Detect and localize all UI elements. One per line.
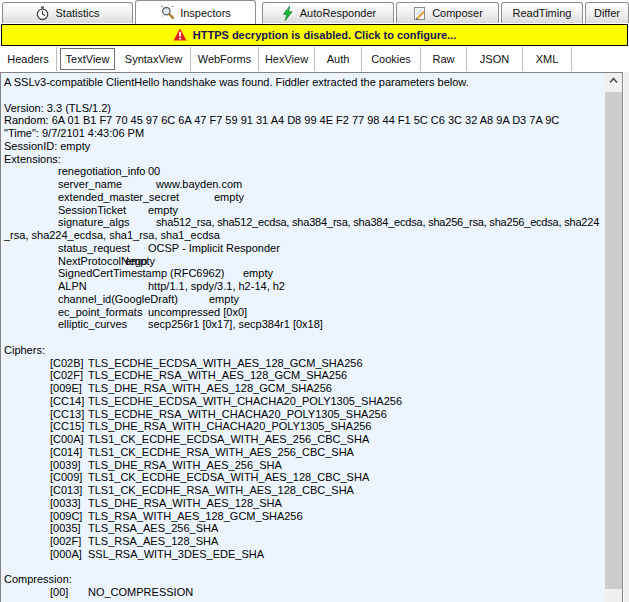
textview-segment: Extensions:	[4, 153, 61, 166]
textview-line: [0039]TLS_DHE_RSA_WITH_AES_256_SHA	[1, 459, 605, 472]
textview-segment: [C02F]	[50, 369, 83, 382]
textview-segment: Compression:	[4, 573, 72, 586]
inspector-tab-textview[interactable]: TextView	[60, 48, 115, 70]
lightning-icon	[280, 6, 295, 21]
tab-label: Headers	[7, 53, 49, 65]
inspector-tab-raw[interactable]: Raw	[421, 47, 467, 71]
inspector-tab-cookies[interactable]: Cookies	[362, 47, 421, 71]
textview-line: ALPNhttp/1.1, spdy/3.1, h2-14, h2	[1, 280, 605, 293]
tab-autoresponder[interactable]: AutoResponder	[262, 2, 394, 23]
textview-segment: TLS_DHE_RSA_WITH_AES_256_SHA	[88, 459, 282, 472]
textview-segment: TLS1_CK_ECDHE_RSA_WITH_AES_128_CBC_SHA	[88, 484, 354, 497]
textview-segment: ec_point_formats	[58, 306, 142, 319]
textview-segment: channel_id(GoogleDraft)	[58, 293, 178, 306]
textview-line: extended_master_secretempty	[1, 191, 605, 204]
tab-label: Auth	[327, 53, 350, 65]
textview-segment: signature_algs	[58, 216, 130, 229]
textview-segment: Version: 3.3 (TLS/1.2)	[4, 102, 111, 115]
textview-segment: [C014]	[50, 446, 82, 459]
textview-segment: OCSP - Implicit Responder	[148, 242, 280, 255]
tab-readtiming[interactable]: ReadTiming	[501, 2, 583, 23]
tab-label: Statistics	[55, 7, 99, 19]
compose-icon	[412, 6, 427, 21]
textview-segment: TLS_ECDHE_RSA_WITH_CHACHA20_POLY1305_SHA…	[88, 408, 387, 421]
textview-segment: [0033]	[50, 497, 81, 510]
textview-segment: ALPN	[58, 280, 87, 293]
textview-line: Version: 3.3 (TLS/1.2)	[1, 102, 605, 115]
textview-line: [CC14]TLS_ECDHE_ECDSA_WITH_CHACHA20_POLY…	[1, 395, 605, 408]
textview-line	[1, 331, 605, 344]
textview-segment: TLS_RSA_AES_128_SHA	[88, 535, 218, 548]
textview-line: NextProtocolNegoempty	[1, 255, 605, 268]
textview-segment: http/1.1, spdy/3.1, h2-14, h2	[148, 280, 285, 293]
tab-differ[interactable]: Differ	[585, 2, 629, 23]
textview-segment: [0035]	[50, 522, 81, 535]
https-warning-banner[interactable]: HTTPS decryption is disabled. Click to c…	[1, 24, 628, 46]
inspector-tab-auth[interactable]: Auth	[315, 47, 362, 71]
textview-segment: [000A]	[50, 548, 82, 561]
textview-line: Extensions:	[1, 153, 605, 166]
textview-segment: NO_COMPRESSION	[88, 586, 193, 599]
inspector-tab-hexview[interactable]: HexView	[259, 47, 315, 71]
textview-line: [0035]TLS_RSA_AES_256_SHA	[1, 522, 605, 535]
textview-segment: A SSLv3-compatible ClientHello handshake…	[4, 76, 469, 89]
textview-segment: [009E]	[50, 382, 82, 395]
textview-segment: [002F]	[50, 535, 81, 548]
tab-label: XML	[536, 53, 559, 65]
tab-label: TextView	[66, 53, 110, 65]
inspector-tab-json[interactable]: JSON	[467, 47, 523, 71]
textview-segment: empty	[125, 255, 155, 268]
scrollbar-thumb[interactable]	[605, 92, 622, 589]
textview-segment: empty	[214, 191, 244, 204]
textview-segment: TLS_DHE_RSA_WITH_AES_128_GCM_SHA256	[88, 382, 332, 395]
tab-label: Inspectors	[180, 7, 231, 19]
vertical-scrollbar[interactable]	[605, 73, 622, 602]
textview-segment: [009C]	[50, 510, 82, 523]
inspector-tab-webforms[interactable]: WebForms	[191, 47, 259, 71]
stopwatch-icon	[35, 6, 50, 21]
tab-label: AutoResponder	[300, 7, 376, 19]
textview-line: A SSLv3-compatible ClientHello handshake…	[1, 76, 605, 89]
inspector-tab-xml[interactable]: XML	[523, 47, 572, 71]
textview-line: "Time": 9/7/2101 4:43:06 PM	[1, 127, 605, 140]
magnifier-icon	[160, 5, 175, 20]
textview-line: Compression:	[1, 573, 605, 586]
textview-segment: elliptic_curves	[58, 318, 127, 331]
tab-label: JSON	[480, 53, 509, 65]
tab-label: HexView	[265, 53, 308, 65]
tab-composer[interactable]: Composer	[396, 2, 499, 23]
textview-line: [CC13]TLS_ECDHE_RSA_WITH_CHACHA20_POLY13…	[1, 408, 605, 421]
inspector-tab-bar: HeadersTextViewSyntaxViewWebFormsHexView…	[0, 47, 629, 71]
tab-statistics[interactable]: Statistics	[2, 2, 133, 23]
textview-segment: [C009]	[50, 471, 82, 484]
tab-label: Cookies	[371, 53, 411, 65]
textview-line: [009E]TLS_DHE_RSA_WITH_AES_128_GCM_SHA25…	[1, 382, 605, 395]
textview-line: [C014]TLS1_CK_ECDHE_RSA_WITH_AES_256_CBC…	[1, 446, 605, 459]
textview-segment: status_request	[58, 242, 130, 255]
tab-label: ReadTiming	[513, 7, 572, 19]
textview-panel[interactable]: A SSLv3-compatible ClientHello handshake…	[0, 72, 623, 602]
window-edge-strip	[623, 72, 629, 602]
tab-label: Composer	[432, 7, 483, 19]
tab-label: Raw	[432, 53, 454, 65]
textview-segment: sha512_rsa, sha512_ecdsa, sha384_rsa, sh…	[156, 216, 599, 229]
textview-line: [002F]TLS_RSA_AES_128_SHA	[1, 535, 605, 548]
textview-segment: [C013]	[50, 484, 82, 497]
textview-line: [009C]TLS_RSA_WITH_AES_128_GCM_SHA256	[1, 510, 605, 523]
textview-segment: secp256r1 [0x17], secp384r1 [0x18]	[148, 318, 323, 331]
textview-segment: [CC15]	[50, 420, 84, 433]
textview-line: [C02F]TLS_ECDHE_RSA_WITH_AES_128_GCM_SHA…	[1, 369, 605, 382]
textview-segment: Random: 6A 01 B1 F7 70 45 97 6C 6A 47 F7…	[4, 114, 559, 127]
textview-segment: uncompressed [0x0]	[148, 306, 247, 319]
scroll-up-button[interactable]	[605, 73, 622, 90]
textview-segment: SessionID: empty	[4, 140, 90, 153]
textview-segment: renegotiation_info	[58, 165, 145, 178]
textview-segment: [CC14]	[50, 395, 84, 408]
inspector-tab-syntaxview[interactable]: SyntaxView	[117, 47, 191, 71]
inspector-tab-headers[interactable]: Headers	[0, 47, 57, 71]
textview-line: [00]NO_COMPRESSION	[1, 586, 605, 599]
textview-segment: www.bayden.com	[156, 178, 242, 191]
textview-lines: A SSLv3-compatible ClientHello handshake…	[1, 76, 605, 599]
tab-inspectors[interactable]: Inspectors	[135, 0, 256, 24]
textview-segment: empty	[209, 293, 239, 306]
